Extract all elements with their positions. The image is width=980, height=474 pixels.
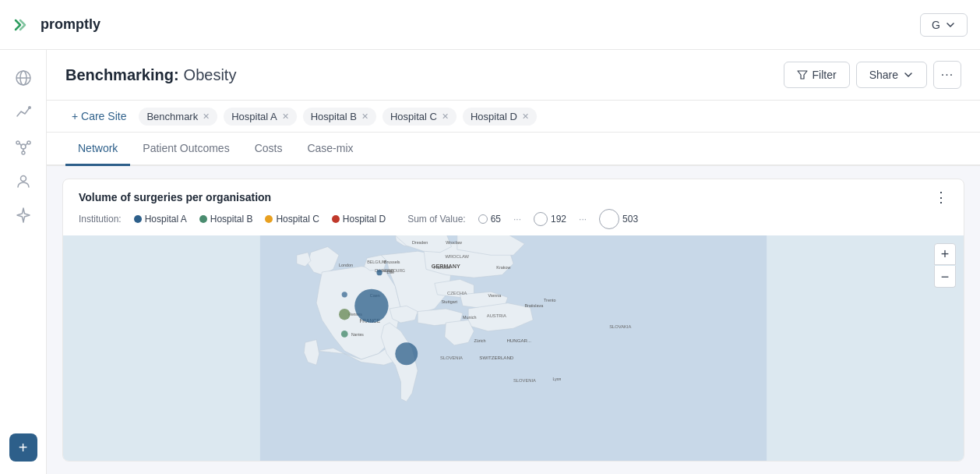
care-site-tag-hospital-a[interactable]: Hospital A ✕ <box>224 108 297 126</box>
legend-dot-hospital-b <box>199 215 207 223</box>
svg-text:HUNGAR...: HUNGAR... <box>506 338 531 343</box>
add-care-site-button[interactable]: + Care Site <box>65 107 132 126</box>
map-marker-paris[interactable] <box>354 289 388 323</box>
filter-icon <box>797 69 808 80</box>
map-area: GERMANY CZECHIA FRANCE WROCLAW BELGIUM L… <box>63 235 964 461</box>
legend-dot-hospital-c <box>265 215 273 223</box>
svg-text:WROCLAW: WROCLAW <box>445 254 469 259</box>
svg-text:Brussels: Brussels <box>384 260 400 264</box>
tab-network[interactable]: Network <box>65 133 130 166</box>
svg-text:CZECHIA: CZECHIA <box>447 291 467 295</box>
close-icon[interactable]: ✕ <box>361 111 368 122</box>
person-icon <box>15 172 32 189</box>
map-controls: + − <box>934 243 956 288</box>
content-area: Volume of surgeries per organisation ⋮ I… <box>47 166 980 474</box>
svg-text:SLOVAKIA: SLOVAKIA <box>609 324 631 329</box>
svg-text:SLOVENIA: SLOVENIA <box>513 378 536 383</box>
tab-costs[interactable]: Costs <box>242 133 295 166</box>
svg-text:Vienna: Vienna <box>488 293 501 298</box>
sidebar-item-network[interactable] <box>8 131 39 162</box>
sparkle-icon <box>15 207 32 224</box>
sum-value-label: Sum of Value: <box>407 214 465 225</box>
svg-line-9 <box>25 143 27 146</box>
tab-patient-outcomes[interactable]: Patient Outcomes <box>130 133 241 166</box>
svg-text:Lille: Lille <box>386 270 394 274</box>
legend-dot-hospital-d <box>332 215 340 223</box>
care-site-tag-benchmark[interactable]: Benchmark ✕ <box>139 108 217 126</box>
svg-text:London: London <box>339 263 353 267</box>
svg-point-5 <box>16 141 19 144</box>
map-marker-rennes[interactable] <box>339 309 350 320</box>
europe-map: GERMANY CZECHIA FRANCE WROCLAW BELGIUM L… <box>63 235 964 461</box>
svg-text:Nantes: Nantes <box>351 332 364 337</box>
svg-point-7 <box>22 151 25 154</box>
svg-text:Zürich: Zürich <box>474 338 485 343</box>
map-legend: Institution: Hospital A Hospital B Hospi… <box>63 209 964 235</box>
sidebar-item-sparkle[interactable] <box>8 200 39 231</box>
svg-text:Munich: Munich <box>463 315 476 320</box>
page-header: Benchmarking: Obesity Filter Share <box>47 50 980 101</box>
chevron-down-icon <box>903 69 914 80</box>
care-site-tag-hospital-c[interactable]: Hospital C ✕ <box>382 108 457 126</box>
map-card-more[interactable]: ⋮ <box>934 190 948 204</box>
close-icon[interactable]: ✕ <box>282 111 289 122</box>
map-marker-nantes[interactable] <box>341 331 348 338</box>
map-card-title: Volume of surgeries per organisation <box>79 191 271 203</box>
legend-hospital-a: Hospital A <box>134 214 187 225</box>
logo: promptly <box>12 14 100 36</box>
legend-hospital-b: Hospital B <box>199 214 253 225</box>
svg-text:Stuttgart: Stuttgart <box>442 299 458 304</box>
analytics-icon <box>15 104 32 121</box>
svg-text:Dresden: Dresden <box>412 240 428 245</box>
map-marker-lyon[interactable] <box>395 342 418 365</box>
svg-text:Wroclaw: Wroclaw <box>446 240 462 245</box>
close-icon[interactable]: ✕ <box>442 111 449 122</box>
svg-text:Frankfurt: Frankfurt <box>433 265 450 270</box>
map-marker-lille[interactable] <box>376 270 382 275</box>
share-button[interactable]: Share <box>856 62 927 88</box>
care-site-tag-hospital-d[interactable]: Hospital D ✕ <box>463 108 537 126</box>
care-site-tag-hospital-b[interactable]: Hospital B ✕ <box>303 108 376 126</box>
breadcrumb-topic: Obesity <box>184 66 237 84</box>
filter-button[interactable]: Filter <box>784 62 850 88</box>
close-icon[interactable]: ✕ <box>203 111 210 122</box>
user-button[interactable]: G <box>920 13 968 37</box>
svg-text:AUSTRIA: AUSTRIA <box>487 313 506 318</box>
tabs-bar: Network Patient Outcomes Costs Case-mix <box>47 133 980 166</box>
svg-text:SWITZERLAND: SWITZERLAND <box>479 355 513 360</box>
svg-point-11 <box>20 176 26 182</box>
globe-icon <box>15 69 32 87</box>
svg-text:Lyon: Lyon <box>553 377 562 381</box>
svg-point-3 <box>28 106 31 109</box>
svg-line-8 <box>19 143 22 146</box>
tab-case-mix[interactable]: Case-mix <box>294 133 365 166</box>
map-card-header: Volume of surgeries per organisation ⋮ <box>63 179 964 209</box>
map-marker-caen[interactable] <box>342 292 347 297</box>
svg-point-6 <box>27 141 30 144</box>
sidebar-item-globe[interactable] <box>8 62 39 94</box>
legend-hospital-c: Hospital C <box>265 214 319 225</box>
institution-label: Institution: <box>79 214 122 225</box>
legend-hospital-d: Hospital D <box>332 214 386 225</box>
close-icon[interactable]: ✕ <box>522 111 529 122</box>
size-legend-small: 65 <box>478 214 501 225</box>
add-button[interactable]: + <box>9 433 37 462</box>
zoom-in-button[interactable]: + <box>934 243 956 265</box>
sidebar-item-analytics[interactable] <box>8 97 39 128</box>
left-sidebar: + <box>0 50 47 474</box>
svg-text:SLOVENIA: SLOVENIA <box>440 356 463 360</box>
breadcrumb-label: Benchmarking: <box>65 66 179 84</box>
map-card: Volume of surgeries per organisation ⋮ I… <box>62 179 964 462</box>
size-legend-medium: 192 <box>534 212 566 226</box>
legend-dot-hospital-a <box>134 215 142 223</box>
logo-icon <box>12 14 34 36</box>
sidebar-item-person[interactable] <box>8 165 39 196</box>
svg-rect-13 <box>260 235 767 461</box>
share-icon <box>15 138 32 155</box>
chevron-down-icon <box>945 19 956 30</box>
zoom-out-button[interactable]: − <box>934 266 956 288</box>
svg-text:Krakow: Krakow <box>496 265 510 270</box>
svg-text:Bratislava: Bratislava <box>524 303 543 308</box>
more-options-button[interactable]: ··· <box>933 61 961 89</box>
svg-text:Trento: Trento <box>544 298 555 302</box>
